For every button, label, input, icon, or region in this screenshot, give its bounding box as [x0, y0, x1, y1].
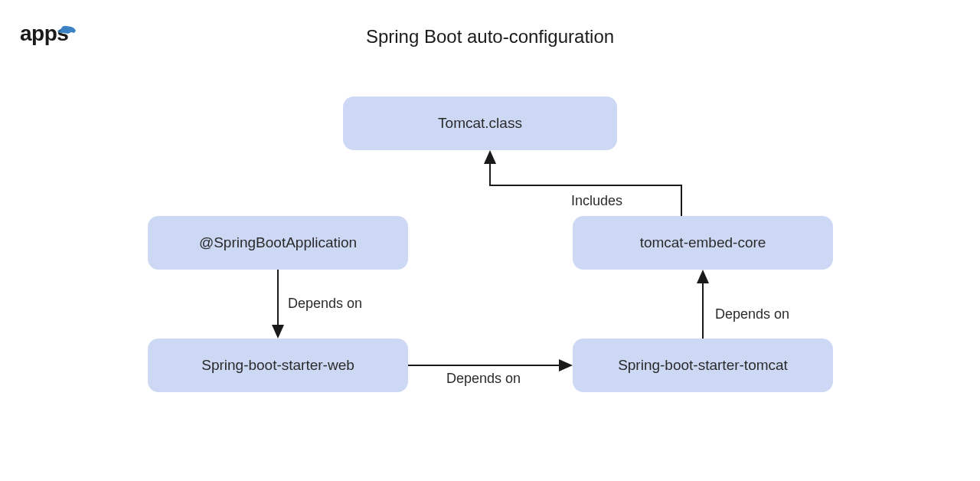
arrows-layer	[0, 0, 980, 481]
box-starter-tomcat: Spring-boot-starter-tomcat	[573, 339, 833, 392]
label-depends-on-1: Depends on	[288, 296, 362, 312]
label-includes: Includes	[571, 193, 622, 209]
box-springboot-app: @SpringBootApplication	[148, 216, 408, 270]
box-label: Spring-boot-starter-tomcat	[618, 357, 788, 374]
box-label: Spring-boot-starter-web	[201, 357, 354, 374]
box-label: Tomcat.class	[438, 115, 522, 132]
box-tomcat-class: Tomcat.class	[343, 97, 617, 150]
box-tomcat-embed: tomcat-embed-core	[573, 216, 833, 270]
rhino-icon	[57, 17, 77, 41]
logo: apps	[20, 21, 68, 46]
label-depends-on-2: Depends on	[446, 371, 521, 387]
label-depends-on-3: Depends on	[715, 306, 789, 322]
page-title: Spring Boot auto-configuration	[366, 26, 614, 47]
box-label: tomcat-embed-core	[640, 234, 766, 251]
box-label: @SpringBootApplication	[199, 234, 357, 251]
box-starter-web: Spring-boot-starter-web	[148, 339, 408, 392]
